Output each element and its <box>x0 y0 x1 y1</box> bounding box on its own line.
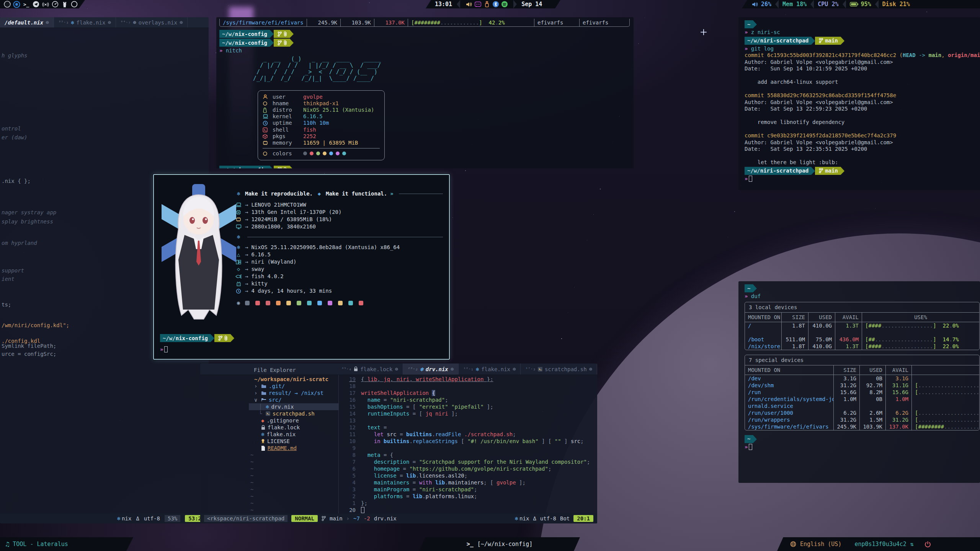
explorer-item-scratchpad.sh[interactable]: └scratchpad.sh <box>249 410 338 417</box>
palette-chip <box>276 301 281 305</box>
left-editor-tab-flake.nix[interactable]: ³²·₃❄flake.nix☸ <box>54 17 116 28</box>
fetch-row-distro: distroNixOS 25.11 (Xantusia) <box>263 107 380 113</box>
code-line: 12 text = <box>343 424 597 431</box>
editor-tab-flake.lock[interactable]: ³⁵·₄flake.lock☸ <box>337 364 403 375</box>
code-line: 18 <box>343 383 597 390</box>
explorer-item-LICENSE[interactable]: LICENSE <box>249 438 338 445</box>
usb-icon[interactable] <box>483 1 490 8</box>
helix-editor-window[interactable]: File Explorer ³⁵·₄flake.lock☸²⁵·₂❄drv.ni… <box>200 364 597 523</box>
duf-row: /boot511.0M75.0M436.0M[##...............… <box>745 336 979 343</box>
duf-remnant-row: /sys/firmware/efi/efivars245.9K103.9K137… <box>219 19 630 27</box>
code-line: 1}; <box>343 500 597 507</box>
circle-icon[interactable] <box>70 0 78 8</box>
terminal-icon[interactable]: >_ <box>22 0 30 8</box>
file-explorer-title: File Explorer <box>200 364 337 375</box>
cwd-chip: ~/w/nix-config <box>219 166 270 168</box>
editor-cursor <box>361 507 364 513</box>
git-log-line: commit 6c1593c55bd003f392821c437179f40bc… <box>745 52 980 59</box>
workspace-active-icon[interactable] <box>13 0 21 8</box>
nitch-terminal-window[interactable]: /sys/firmware/efi/efivars245.9K103.9K137… <box>216 17 634 168</box>
encoding-label: utf-8 <box>540 515 556 522</box>
gauge-icon[interactable] <box>51 0 59 8</box>
editor-tab-scratchpad.sh[interactable]: ¹⁷·₃scratchpad.sh☸ <box>521 364 597 375</box>
volume-icon[interactable] <box>466 1 472 8</box>
fastfetch-row: →fish 4.0.2 <box>235 273 443 280</box>
gear-icon: ☸ <box>451 366 454 372</box>
music-icon: ♫ <box>5 540 9 548</box>
Mem-indicator: Mem 18% <box>782 1 807 8</box>
duf-row: /run/wrappers31.2G1.5M31.2G[............… <box>745 416 979 423</box>
editor-tab-drv.nix[interactable]: ²⁵·₂❄drv.nix☸ <box>403 364 459 375</box>
code-line: 3 mainProgram = "niri-scratchpad"; <box>343 486 597 493</box>
palette-chip <box>286 301 291 305</box>
color-dot <box>323 152 327 155</box>
left-editor-tab-default.nix[interactable]: /default.nix☸ <box>0 17 54 28</box>
discord-icon[interactable] <box>475 1 481 8</box>
palette-chip <box>255 301 260 305</box>
git-branch-label: main <box>330 515 343 522</box>
bluetooth-icon[interactable] <box>492 1 499 8</box>
terminal-icon: >_ <box>467 541 474 548</box>
lambda-icon: ◆ <box>316 190 323 197</box>
branch-icon <box>278 31 282 37</box>
fastfetch-info: ❄ Make it reproducible. ◆ Make it functi… <box>235 190 443 306</box>
explorer-item-.git[interactable]: ›.git/ <box>249 383 338 390</box>
fastfetch-window[interactable]: ❄ Make it reproducible. ◆ Make it functi… <box>153 174 450 360</box>
filetype-icon: ❄ <box>117 515 120 522</box>
duf-row: /dev/shm31.2G92.7M31.1G[................… <box>745 382 979 389</box>
ribbon-icon <box>261 439 265 444</box>
spotify-icon[interactable] <box>501 1 508 8</box>
code-fragment: er (daw) <box>2 134 27 141</box>
explorer-item-resultnixst[interactable]: ›result/ → /nix/st <box>249 390 338 396</box>
palette-chip <box>245 301 250 305</box>
power-button[interactable] <box>924 541 931 548</box>
git-log-line: commit 558830d29c76632529c86abcd3359f154… <box>745 92 980 99</box>
explorer-item-flake.lock[interactable]: flake.lock <box>249 424 338 431</box>
network-interface[interactable]: enp0s13f0u3u4c2 <box>854 541 906 548</box>
display-icon <box>235 224 242 229</box>
broadcast-icon[interactable] <box>41 0 49 8</box>
color-dot <box>310 152 314 155</box>
duf-terminal-window[interactable]: ~» duf3 local devicesMOUNTED ONSIZEUSEDA… <box>738 281 980 483</box>
diamond-icon: ◆ <box>261 417 264 424</box>
workspace-switcher: >_ <box>0 0 85 8</box>
now-playing-label[interactable]: TOOL - Lateralus <box>13 541 68 548</box>
code-line: 13 <box>343 417 597 424</box>
explorer-item-flake.nix[interactable]: ❄flake.nix <box>249 431 338 438</box>
duf-row <box>745 329 979 336</box>
duf-cell: [########............] 42.2% <box>408 19 534 26</box>
code-fragment: urce = configSrc; <box>2 351 56 358</box>
gear-icon: ☸ <box>395 366 398 372</box>
tower-icon[interactable] <box>60 0 69 8</box>
palette-chip <box>307 301 312 305</box>
color-dot <box>342 152 346 155</box>
explorer-item-drv.nix[interactable]: │❄drv.nix <box>249 403 338 410</box>
explorer-item-.gitignore[interactable]: ◆.gitignore <box>249 417 338 424</box>
telegram-icon[interactable] <box>32 0 40 8</box>
git-log-terminal-window[interactable]: ~» z niri-sc~/w/niri-scratchpadmain» git… <box>738 17 980 190</box>
code-line: 5 license = lib.licenses.asl20; <box>343 472 597 479</box>
duf-row: /1.8T410.0G1.3T[####................] 22… <box>745 322 979 329</box>
duf-row: /run/credentials/systemd-jo urnald.servi… <box>745 396 979 409</box>
git-log-line: Author: Gabriel Volpe <volpegabriel@gmai… <box>745 59 980 66</box>
code-fragment: splay brightness <box>2 218 53 225</box>
encoding-label: utf-8 <box>144 515 160 522</box>
cwd-chip: ~ <box>745 20 980 28</box>
explorer-item-src[interactable]: ∨src/ <box>249 396 338 403</box>
snow-icon: ❄ <box>420 366 423 372</box>
code-area[interactable]: 19{ lib, jq, niri, writeShellApplication… <box>339 375 597 514</box>
gear-icon: ☸ <box>133 20 136 26</box>
laptop-icon <box>263 114 273 119</box>
duf-row: /run15.6G8.2M15.6G[.................... <box>745 389 979 396</box>
fish-icon <box>235 274 242 279</box>
snow-icon: ❄ <box>266 403 269 410</box>
special-devices-table: 7 special devicesMOUNTED ONSIZEUSEDAVAIL… <box>745 355 980 430</box>
code-fragment: .nix { }; <box>2 178 31 185</box>
code-line: 17writeShellApplication { <box>343 390 597 396</box>
moon-icon[interactable] <box>3 0 11 8</box>
explorer-item-README.md[interactable]: README.md <box>249 445 338 452</box>
editor-tab-flake.nix[interactable]: ¹²·₁❄flake.nix☸ <box>459 364 521 375</box>
keyboard-layout[interactable]: English (US) <box>800 541 841 548</box>
left-editor-tab-overlays.nix[interactable]: ⁹⁴·₇☸overlays.nix☸ <box>116 17 188 28</box>
folder-icon <box>261 391 266 395</box>
